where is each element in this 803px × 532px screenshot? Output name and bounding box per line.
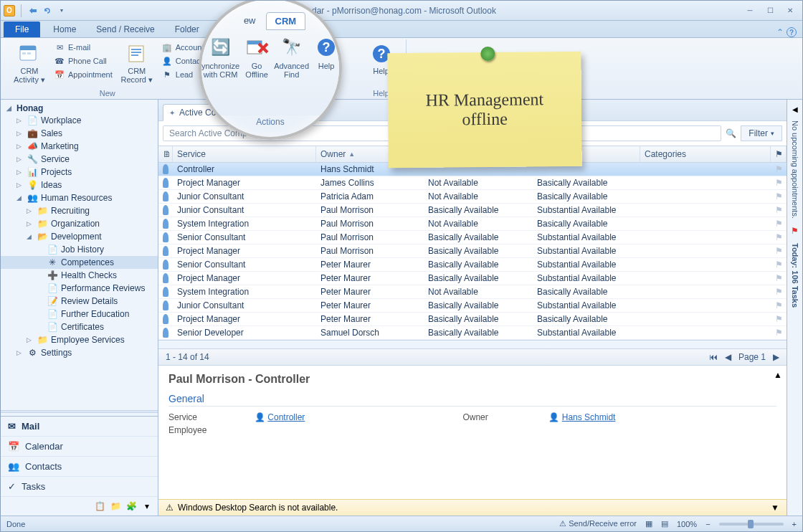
row-flag-icon[interactable]: ⚑ — [771, 231, 787, 244]
zoom-minus-icon[interactable]: − — [705, 520, 710, 528]
table-row[interactable]: System IntegrationPaul MorrisonNot Avail… — [158, 217, 787, 231]
row-flag-icon[interactable]: ⚑ — [771, 258, 787, 271]
tree-item-sales[interactable]: ▷💼Sales — [1, 127, 158, 140]
mag-go-offline-button[interactable]: Go Offline — [244, 34, 270, 115]
collapse-icon[interactable]: ◢ — [16, 194, 24, 201]
tree-item-health-checks[interactable]: ➕Health Checks — [1, 269, 158, 282]
table-row[interactable]: Senior ConsultantPaul MorrisonBasically … — [158, 231, 787, 244]
tree-item-recruiting[interactable]: ▷📁Recruiting — [1, 204, 158, 217]
ribbon-tab-send-receive[interactable]: Send / Receive — [86, 22, 164, 37]
tree-item-workplace[interactable]: ▷📄Workplace — [1, 114, 158, 127]
row-flag-icon[interactable]: ⚑ — [771, 272, 787, 285]
pager-prev-icon[interactable]: ◀ — [725, 352, 731, 362]
pager-first-icon[interactable]: ⏮ — [709, 352, 718, 362]
expand-icon[interactable]: ▷ — [27, 207, 34, 214]
qat-dropdown-icon[interactable]: ▾ — [56, 5, 67, 16]
preview-scroll-down-icon[interactable]: ▼ — [771, 503, 779, 513]
row-flag-icon[interactable]: ⚑ — [771, 204, 787, 217]
tree-item-job-history[interactable]: 📄Job History — [1, 243, 158, 256]
tree-item-review-details[interactable]: 📝Review Details — [1, 295, 158, 308]
nav-shortcuts-icon[interactable]: 🧩 — [125, 500, 138, 513]
row-flag-icon[interactable]: ⚑ — [771, 217, 787, 230]
table-row[interactable]: Project ManagerPeter MaurerBasically Ava… — [158, 272, 787, 285]
tree-item-employee-services[interactable]: ▷📁Employee Services — [1, 333, 158, 346]
filter-button[interactable]: Filter▾ — [741, 125, 782, 141]
table-row[interactable]: Senior ConsultantPeter MaurerBasically A… — [158, 258, 787, 272]
folder-tree[interactable]: ◢Honag ▷📄Workplace▷💼Sales▷📣Marketing▷🔧Se… — [1, 100, 158, 407]
expand-icon[interactable]: ▷ — [27, 336, 34, 343]
pager-next-icon[interactable]: ▶ — [773, 352, 779, 362]
pin-icon[interactable]: ✦ — [169, 109, 175, 117]
zoom-slider[interactable] — [719, 523, 784, 526]
row-flag-icon[interactable]: ⚑ — [771, 176, 787, 189]
tree-item-ideas[interactable]: ▷💡Ideas — [1, 179, 158, 191]
close-button[interactable]: ✕ — [781, 4, 799, 17]
new-email-button[interactable]: ✉E-mail — [52, 41, 114, 54]
nav-folders-icon[interactable]: 📁 — [109, 500, 122, 513]
tree-item-organization[interactable]: ▷📁Organization — [1, 217, 158, 230]
table-row[interactable]: Project ManagerPeter MaurerBasically Ava… — [158, 313, 787, 326]
row-flag-icon[interactable]: ⚑ — [771, 244, 787, 257]
table-row[interactable]: Project ManagerJames CollinsNot Availabl… — [158, 176, 787, 190]
row-flag-icon[interactable]: ⚑ — [771, 285, 787, 298]
mag-advanced-find-button[interactable]: 🔭 Advanced Find — [274, 34, 309, 115]
grid-header-flag[interactable]: ⚑ — [771, 146, 787, 162]
row-flag-icon[interactable]: ⚑ — [771, 163, 787, 176]
tree-item-projects[interactable]: ▷📊Projects — [1, 166, 158, 179]
expand-icon[interactable]: ▷ — [27, 220, 34, 227]
status-error[interactable]: ⚠ Send/Receive error — [559, 519, 637, 528]
tree-item-competences[interactable]: ✳Competences — [1, 256, 158, 269]
collapse-icon[interactable]: ◢ — [27, 233, 34, 240]
row-flag-icon[interactable]: ⚑ — [771, 313, 787, 326]
mag-sync-button[interactable]: 🔄 ynchronize with CRM — [201, 34, 239, 115]
ribbon-tab-folder[interactable]: Folder — [165, 22, 209, 37]
expand-icon[interactable]: ▷ — [16, 181, 24, 189]
crm-record-button[interactable]: CRM Record ▾ — [117, 41, 157, 86]
table-row[interactable]: Project ManagerPaul MorrisonBasically Av… — [158, 244, 787, 258]
maximize-button[interactable]: ☐ — [761, 4, 779, 17]
expand-icon[interactable]: ▷ — [16, 130, 24, 137]
ribbon-collapse-icon[interactable]: ⌃ — [776, 27, 784, 37]
table-row[interactable]: Junior ConsultantPeter MaurerBasically A… — [158, 299, 787, 313]
nav-mail[interactable]: ✉Mail — [1, 417, 158, 437]
nav-configure-icon[interactable]: ▾ — [141, 500, 153, 513]
view-normal-icon[interactable]: ▦ — [645, 519, 652, 528]
tree-item-settings[interactable]: ▷⚙Settings — [1, 346, 158, 359]
todo-bar-collapsed[interactable]: ◀ No upcoming appointments. ⚑ Today: 106… — [787, 100, 802, 516]
expand-icon[interactable]: ▷ — [16, 143, 24, 150]
expand-icon[interactable]: ▷ — [16, 349, 24, 356]
row-flag-icon[interactable]: ⚑ — [771, 190, 787, 203]
expand-icon[interactable]: ▷ — [16, 156, 24, 163]
table-row[interactable]: System IntegrationPeter MaurerNot Availa… — [158, 285, 787, 299]
grid-header-icon[interactable]: 🗎 — [158, 146, 173, 162]
tree-item-marketing[interactable]: ▷📣Marketing — [1, 140, 158, 153]
expand-todo-icon[interactable]: ◀ — [792, 105, 798, 113]
tree-item-further-education[interactable]: 📄Further Education — [1, 308, 158, 320]
expand-icon[interactable]: ▷ — [16, 168, 24, 176]
grid-scrollbar[interactable] — [158, 340, 787, 348]
grid-header-service[interactable]: Service — [173, 146, 316, 162]
tree-item-human-resources[interactable]: ◢👥Human Resources — [1, 191, 158, 204]
row-flag-icon[interactable]: ⚑ — [771, 299, 787, 312]
collapse-icon[interactable]: ◢ — [6, 105, 14, 112]
search-magnifier-icon[interactable]: 🔍 — [726, 128, 736, 138]
table-row[interactable]: Senior DeveloperSamuel DorschBasically A… — [158, 326, 787, 340]
crm-activity-button[interactable]: CRM Activity ▾ — [9, 41, 49, 86]
tree-item-development[interactable]: ◢📂Development — [1, 230, 158, 243]
qat-undo-icon[interactable] — [42, 5, 53, 16]
tree-root[interactable]: ◢Honag — [1, 103, 158, 114]
nav-notes-icon[interactable]: 📋 — [93, 500, 106, 513]
ribbon-help-icon[interactable]: ? — [787, 27, 797, 37]
qat-send-receive-icon[interactable] — [27, 5, 39, 16]
tree-item-certificates[interactable]: 📄Certificates — [1, 320, 158, 333]
minimize-button[interactable]: ─ — [741, 4, 759, 17]
ribbon-tab-home[interactable]: Home — [43, 22, 86, 37]
ribbon-tab-file[interactable]: File — [4, 22, 40, 37]
expand-icon[interactable]: ▷ — [16, 117, 24, 124]
tree-item-service[interactable]: ▷🔧Service — [1, 153, 158, 166]
nav-contacts[interactable]: 👥Contacts — [1, 457, 158, 477]
new-appointment-button[interactable]: 📅Appointment — [52, 68, 114, 81]
row-flag-icon[interactable]: ⚑ — [771, 326, 787, 339]
table-row[interactable]: Junior ConsultantPatricia AdamNot Availa… — [158, 190, 787, 204]
new-account-button[interactable]: 🏢Account — [160, 41, 206, 54]
